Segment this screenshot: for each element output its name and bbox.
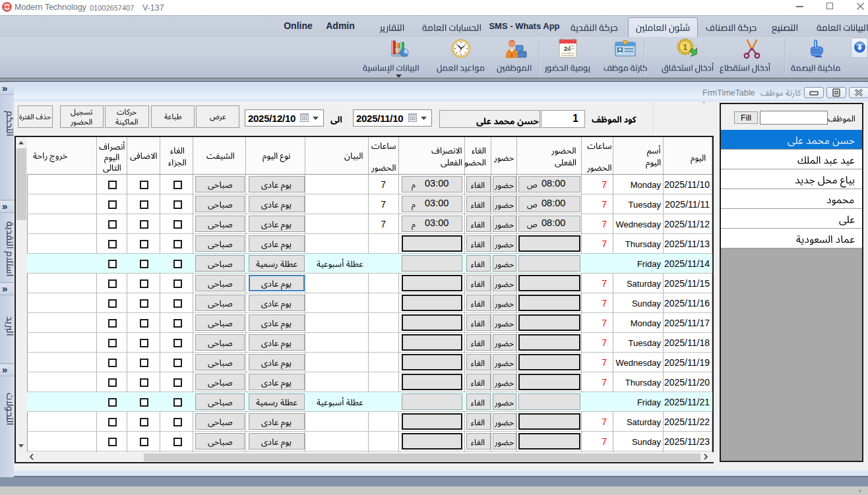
svg-text:1: 1: [683, 43, 688, 52]
